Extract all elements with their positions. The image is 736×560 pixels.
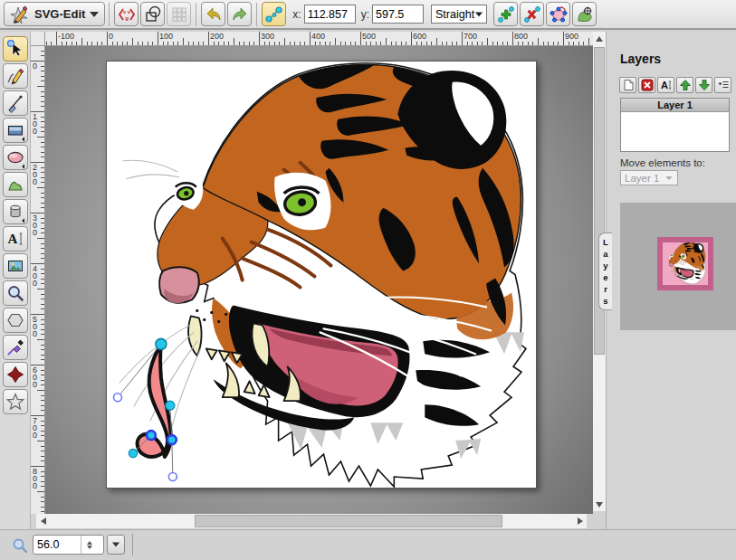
select-caret-icon [475,12,483,16]
link-control-points-button[interactable] [262,2,286,26]
layer-up-icon [679,79,692,91]
svg-text:s v: s v [123,9,131,14]
canvas-workspace[interactable] [45,46,593,514]
layer-buttons-row: A [619,77,731,93]
tool-polygon[interactable] [3,308,28,333]
layer-menu-icon [717,79,730,91]
tool-rectangle[interactable] [3,118,28,143]
tool-ellipse[interactable] [3,145,28,170]
new-layer-icon [622,79,635,91]
x-coordinate-input[interactable] [304,5,356,24]
node-link-icon [265,5,283,24]
zoom-preset-dropdown[interactable] [107,535,125,555]
move-elements-value: Layer 1 [625,173,659,184]
image-tool-icon [5,256,25,276]
flyout-arrow-icon [22,164,27,169]
svg-edit-logo-icon [10,5,30,24]
delete-layer-button[interactable] [638,77,655,93]
insert-node-button[interactable] [493,2,518,26]
layer-menu-button[interactable] [714,77,731,93]
logo-label: SVG-Edit [34,7,85,21]
zoom-spinner[interactable] [81,536,97,554]
tool-star[interactable] [3,389,28,414]
statusbar-separator [132,534,133,555]
zoom-tool-icon [5,283,25,303]
canvas-svg[interactable] [107,62,536,488]
path-node[interactable] [156,338,167,349]
spinner-up-icon [87,541,92,545]
path-tool-icon [5,175,25,195]
new-layer-button[interactable] [619,77,636,93]
segment-type-select[interactable]: Straight [431,5,487,24]
delete-layer-icon [641,79,654,91]
move-elements-select[interactable]: Layer 1 [620,170,678,185]
zoom-level-icon [12,537,28,554]
segment-type-value: Straight [435,8,474,21]
y-coordinate-label: y: [361,8,369,21]
layer-row[interactable]: Layer 1 [621,99,729,112]
eyedropper-icon [5,337,25,357]
status-bar [0,529,736,560]
connector-icon [5,365,25,384]
shapes-icon [144,5,162,24]
select-caret-icon [666,176,673,179]
delete-node-button[interactable] [520,2,544,26]
open-close-path-button[interactable] [546,2,570,26]
up-arrow-icon [596,36,603,42]
path-node-selected[interactable] [147,431,156,440]
horizontal-scrollbar[interactable] [36,514,587,528]
tool-select[interactable] [3,36,28,62]
ellipse-tool-icon [5,147,25,167]
layers-side-tab[interactable]: Layers [598,233,612,310]
layer-list: Layer 1 [620,98,730,152]
flyout-arrow-icon [22,218,27,223]
text-tool-icon: A [5,229,25,249]
tool-path[interactable] [3,172,28,197]
undo-button[interactable] [201,2,225,26]
tools-panel: A [0,32,31,529]
tool-connector[interactable] [3,362,28,387]
control-handle-point[interactable] [113,394,121,402]
line-tool-icon [5,93,25,113]
layers-panel-title: Layers [620,52,661,66]
tiger-artwork[interactable] [119,63,526,487]
tool-text[interactable]: A [3,226,28,252]
tool-zoom[interactable] [3,280,28,306]
layers-panel: Layers A [606,32,736,529]
y-coordinate-input[interactable] [372,5,424,24]
image-thumbnail[interactable] [657,237,713,290]
drawing-page[interactable] [106,61,537,489]
move-layer-up-button[interactable] [676,77,693,93]
svg-text:A: A [7,232,17,246]
horizontal-scroll-thumb[interactable] [195,515,502,527]
scroll-left-button[interactable] [36,514,50,528]
tool-shape-library[interactable] [3,199,28,224]
move-layer-down-button[interactable] [695,77,712,93]
zoom-level-field [33,535,104,555]
tool-image[interactable] [3,253,28,279]
main-menu-button[interactable]: SVG-Edit [4,2,105,26]
rectangle-tool-icon [5,120,25,140]
rename-layer-button[interactable]: A [657,77,674,93]
tool-pencil[interactable] [3,63,28,89]
control-handle-point[interactable] [168,473,177,481]
path-node-selected[interactable] [167,435,177,444]
left-arrow-icon [41,517,46,525]
tool-line[interactable] [3,90,28,116]
down-arrow-icon [596,502,603,508]
scroll-up-button[interactable] [593,32,606,45]
scroll-right-button[interactable] [573,514,587,528]
control-handle-point[interactable] [129,449,137,457]
right-arrow-icon [578,517,583,525]
scroll-down-button[interactable] [593,498,606,511]
tool-eyedropper[interactable] [3,335,28,360]
grid-button[interactable] [167,2,191,26]
pencil-tool-icon [5,66,25,86]
undo-icon [205,5,223,24]
shape-library-button[interactable] [140,2,165,26]
add-sub-path-button[interactable] [572,2,597,26]
control-handle-point[interactable] [166,401,175,410]
redo-button[interactable] [227,2,252,26]
source-editor-button[interactable]: s v g [114,2,139,26]
zoom-level-input[interactable] [33,538,81,551]
